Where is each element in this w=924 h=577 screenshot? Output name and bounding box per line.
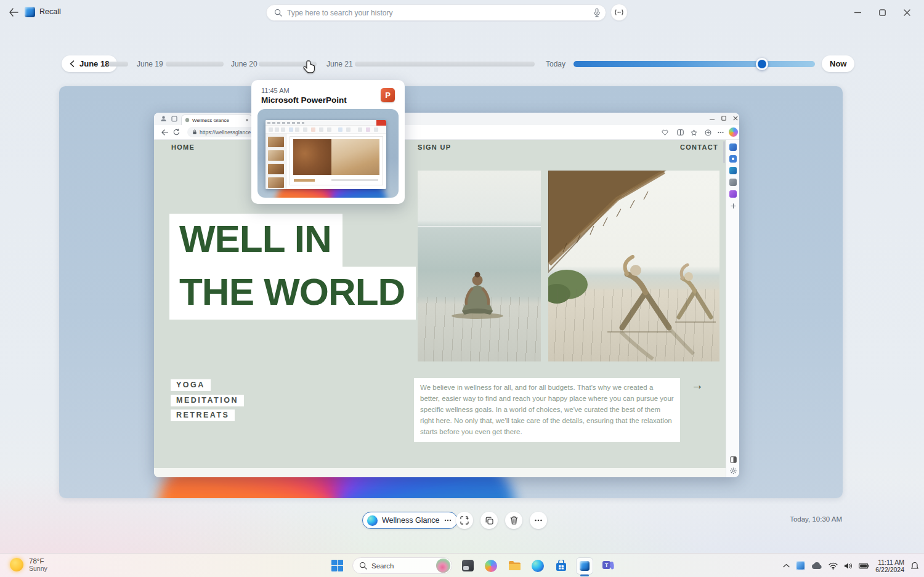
- delete-button[interactable]: [505, 512, 522, 529]
- search-icon: [274, 9, 282, 17]
- timeline-slider-thumb[interactable]: [756, 58, 768, 70]
- recall-app-screen: { "titlebar": { "app_name": "Recall", "s…: [0, 0, 924, 577]
- recall-taskbar-icon[interactable]: [577, 558, 593, 574]
- sidebar-games-icon[interactable]: [729, 190, 737, 198]
- page-scrollbar[interactable]: [723, 141, 725, 163]
- titlebar: Recall: [0, 0, 924, 25]
- recall-tray-icon[interactable]: [796, 561, 805, 570]
- wellness-webpage: HOME SIGN UP CONTACT: [154, 140, 726, 477]
- page-footer-strip: [154, 468, 726, 477]
- maximize-button[interactable]: [870, 0, 894, 25]
- copilot-icon[interactable]: [729, 127, 738, 137]
- weather-widget[interactable]: 78°F Sunny: [6, 556, 51, 573]
- favorites-star-icon[interactable]: [689, 128, 698, 137]
- window-controls: [845, 0, 919, 25]
- intro-paragraph: We believe in wellness for all, and for …: [414, 378, 680, 442]
- sidebar-tools-icon[interactable]: [729, 155, 737, 163]
- browser-more-icon[interactable]: [716, 128, 725, 137]
- arrow-right-icon[interactable]: →: [691, 378, 703, 392]
- extensions-icon[interactable]: [703, 128, 712, 137]
- browser-back-icon[interactable]: [161, 129, 168, 135]
- history-search-bar[interactable]: [266, 4, 606, 21]
- browser-close-icon[interactable]: [733, 116, 738, 121]
- menu-link-meditation[interactable]: MEDITATION: [171, 395, 244, 406]
- sidebar-panel-toggle-icon[interactable]: [730, 456, 737, 463]
- sidebar-settings-gear-icon[interactable]: [730, 467, 737, 474]
- onedrive-cloud-icon[interactable]: [811, 562, 822, 570]
- photo-meditation: [418, 171, 541, 361]
- svg-text:T: T: [605, 562, 609, 568]
- timeline-day-label[interactable]: June 21: [326, 60, 353, 68]
- mouse-cursor-hand: [302, 60, 317, 75]
- browser-tab[interactable]: Wellness Glance: [181, 115, 253, 125]
- chevron-left-icon: [70, 60, 75, 67]
- preview-thumbnail[interactable]: [257, 109, 399, 198]
- search-highlight-image[interactable]: [436, 559, 450, 573]
- timeline-today-track[interactable]: [573, 61, 815, 67]
- timeline-scroll-button[interactable]: [610, 4, 628, 21]
- snapshot-timestamp: Today, 10:30 AM: [790, 515, 842, 523]
- browser-refresh-icon[interactable]: [173, 129, 180, 135]
- weather-condition: Sunny: [29, 565, 47, 572]
- timeline-segment[interactable]: [166, 62, 224, 67]
- close-button[interactable]: [894, 0, 919, 25]
- battery-icon[interactable]: [859, 563, 869, 569]
- tab-actions-icon[interactable]: [171, 116, 177, 122]
- start-button[interactable]: [329, 558, 345, 574]
- task-view-button[interactable]: [460, 558, 476, 574]
- taskbar-search-box[interactable]: Search: [352, 557, 452, 574]
- site-favicon: [185, 118, 190, 123]
- sidebar-add-icon[interactable]: [731, 203, 736, 209]
- visual-search-button[interactable]: [456, 512, 473, 529]
- tray-chevron-up-icon[interactable]: [783, 563, 790, 568]
- search-icon: [359, 562, 367, 570]
- file-explorer-icon[interactable]: [506, 558, 522, 574]
- nav-signup-link[interactable]: SIGN UP: [418, 143, 451, 151]
- browser-toolbar: https://wellnessglance.com: [154, 125, 739, 140]
- nav-home-link[interactable]: HOME: [171, 143, 195, 151]
- source-more-icon[interactable]: [444, 519, 452, 522]
- copilot-taskbar-icon[interactable]: [483, 558, 499, 574]
- tab-title: Wellness Glance: [192, 118, 243, 123]
- app-title: Recall: [39, 7, 61, 16]
- timeline-day-label[interactable]: June 20: [231, 60, 257, 68]
- thumbnail-powerpoint-window: [265, 120, 386, 189]
- sidebar-shopping-icon[interactable]: [729, 143, 737, 151]
- nav-contact-link[interactable]: CONTACT: [680, 143, 718, 151]
- microphone-icon[interactable]: [593, 8, 601, 17]
- edge-taskbar-icon[interactable]: [530, 558, 546, 574]
- clock-widget[interactable]: 11:11 AM 6/22/2024: [875, 559, 904, 573]
- menu-link-yoga[interactable]: YOGA: [171, 379, 211, 391]
- sidebar-drop-icon[interactable]: [729, 179, 737, 186]
- more-actions-button[interactable]: [530, 512, 547, 529]
- timeline-segment[interactable]: [355, 62, 535, 67]
- source-app-button[interactable]: Wellness Glance: [362, 512, 458, 529]
- copy-button[interactable]: [480, 512, 498, 529]
- wifi-icon[interactable]: [829, 562, 838, 570]
- timeline-segment[interactable]: [108, 62, 128, 67]
- browser-essentials-icon[interactable]: [660, 128, 669, 137]
- minimize-button[interactable]: [845, 0, 870, 25]
- back-button[interactable]: [6, 6, 21, 19]
- hero-heading-line1: WELL IN: [169, 214, 342, 267]
- snapshot-viewport[interactable]: Wellness Glance https://wellnessglance.c…: [59, 86, 843, 498]
- sun-icon: [10, 558, 23, 571]
- timeline-today-label[interactable]: Today: [546, 60, 565, 68]
- split-screen-icon[interactable]: [676, 128, 684, 137]
- preview-app-name: Microsoft PowerPoint: [261, 95, 347, 105]
- timeline-day-label[interactable]: June 19: [137, 60, 163, 68]
- browser-minimize-icon[interactable]: [710, 117, 715, 122]
- sidebar-office-icon[interactable]: [729, 167, 737, 174]
- volume-icon[interactable]: [844, 562, 853, 570]
- tab-close-icon[interactable]: [245, 118, 249, 122]
- timeline-prev-day-label: June 18: [79, 59, 109, 68]
- microsoft-store-icon[interactable]: [553, 558, 569, 574]
- browser-maximize-icon[interactable]: [721, 116, 726, 121]
- profile-avatar-icon[interactable]: [160, 115, 167, 122]
- notifications-bell-icon[interactable]: [910, 562, 919, 570]
- teams-icon[interactable]: T: [600, 558, 616, 574]
- timeline-now-button[interactable]: Now: [822, 55, 854, 72]
- edge-browser-window: Wellness Glance https://wellnessglance.c…: [154, 113, 739, 477]
- search-input[interactable]: [287, 9, 593, 17]
- menu-link-retreats[interactable]: RETREATS: [171, 410, 235, 421]
